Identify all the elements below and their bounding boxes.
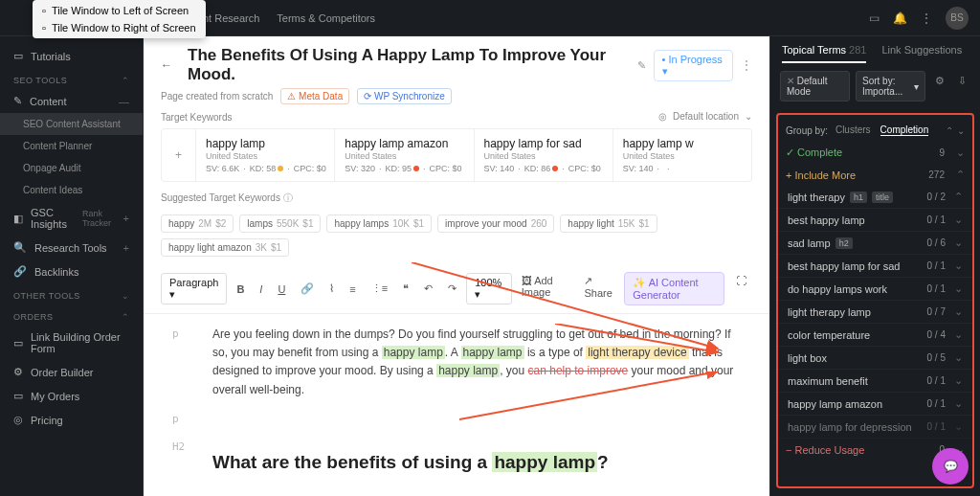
- sidebar-onpage[interactable]: Onpage Audit: [0, 157, 143, 179]
- settings-icon[interactable]: ⚙: [931, 71, 948, 101]
- keyword-card[interactable]: happy lampUnited StatesSV: 6.6K · KD: 58…: [196, 129, 335, 181]
- italic-button[interactable]: I: [254, 281, 268, 298]
- default-location[interactable]: Default location: [673, 111, 739, 122]
- tab-link-suggestions[interactable]: Link Suggestions: [881, 44, 962, 63]
- location-icon: ◎: [658, 111, 667, 122]
- content-area: ← The Benefits Of Using A Happy Lamp To …: [144, 36, 769, 496]
- suggested-keyword[interactable]: happy 2M $2: [161, 214, 234, 233]
- section-include[interactable]: + Include More272⌃: [778, 164, 972, 186]
- list-ol-button[interactable]: ≡: [344, 281, 361, 298]
- sidebar-research[interactable]: 🔍 Research Tools+: [0, 236, 143, 259]
- target-keywords-label: Target Keywords: [161, 112, 232, 123]
- mode-select[interactable]: ✕ Default Mode: [780, 71, 850, 101]
- term-row[interactable]: best happy lamp0 / 1⌄: [778, 209, 972, 232]
- ai-generator-button[interactable]: ✨ AI Content Generator: [624, 272, 724, 305]
- wp-badge[interactable]: ⟳ WP Synchronize: [357, 88, 452, 104]
- right-panel: Topical Terms281 Link Suggestions ✕ Defa…: [769, 36, 980, 496]
- expand-all-icon[interactable]: ⌄: [957, 125, 965, 136]
- status-pill[interactable]: • In Progress ▾: [654, 50, 733, 81]
- keyword-card[interactable]: happy lamp wUnited StatesSV: 140 · ·: [613, 129, 751, 181]
- undo-button[interactable]: ↶: [418, 280, 438, 298]
- suggested-keyword[interactable]: happy lamps 10K $1: [326, 214, 432, 233]
- term-row[interactable]: happy lamp amazon0 / 1⌄: [778, 393, 972, 416]
- tile-left[interactable]: ▫ Tile Window to Left of Screen: [33, 2, 206, 19]
- collapse-all-icon[interactable]: ⌃: [946, 125, 953, 136]
- sidebar-seo-assistant[interactable]: SEO Content Assistant: [0, 113, 143, 135]
- suggested-keyword[interactable]: happy light 15K $1: [560, 214, 657, 233]
- bold-button[interactable]: B: [231, 281, 250, 298]
- edit-title-icon[interactable]: ✎: [637, 59, 646, 72]
- tile-right[interactable]: ▫ Tile Window to Right of Screen: [33, 19, 206, 36]
- quote-button[interactable]: ❝: [397, 280, 414, 298]
- unlink-button[interactable]: ⌇: [323, 280, 340, 298]
- underline-button[interactable]: U: [272, 281, 291, 298]
- suggested-keyword[interactable]: lamps 550K $1: [239, 214, 321, 233]
- sidebar-link-order[interactable]: ▭ Link Building Order Form: [0, 326, 143, 360]
- tab-topical-terms[interactable]: Topical Terms281: [782, 44, 866, 63]
- zoom-select[interactable]: 100% ▾: [466, 273, 511, 304]
- keyword-card[interactable]: happy lamp for sadUnited StatesSV: 140 ·…: [475, 129, 613, 181]
- term-row[interactable]: happy lamp for depression0 / 1⌄: [778, 416, 972, 439]
- keyword-row: + happy lampUnited StatesSV: 6.6K · KD: …: [161, 128, 752, 182]
- sidebar-pricing[interactable]: ◎ Pricing: [0, 408, 143, 432]
- sidebar-order-builder[interactable]: ⚙ Order Builder: [0, 360, 143, 384]
- term-row[interactable]: sad lamph20 / 6⌄: [778, 232, 972, 255]
- location-chevron-icon[interactable]: ⌄: [745, 111, 752, 122]
- window-tile-menu: ▫ Tile Window to Left of Screen ▫ Tile W…: [33, 0, 206, 38]
- sidebar-tutorials[interactable]: ▭ Tutorials: [0, 44, 143, 68]
- sidebar-gsc[interactable]: ◧ GSC Insights Rank Tracker+: [0, 201, 143, 236]
- add-image-button[interactable]: 🖼 Add Image: [516, 272, 573, 305]
- suggested-keyword[interactable]: improve your mood 260: [437, 214, 554, 233]
- bell-icon[interactable]: 🔔: [893, 11, 907, 25]
- editor-body[interactable]: pAre you feeling down in the dumps? Do y…: [144, 314, 769, 496]
- more-icon[interactable]: ⋮: [741, 58, 752, 72]
- suggested-keyword[interactable]: happy light amazon 3K $1: [161, 238, 289, 257]
- filter-icon[interactable]: ⋮: [921, 11, 932, 25]
- sidebar-content[interactable]: ✎ Content—: [0, 89, 143, 113]
- export-icon[interactable]: ⇩: [954, 71, 970, 101]
- meta-badge[interactable]: ⚠ Meta Data: [280, 88, 349, 104]
- tab-competitors[interactable]: Terms & Competitors: [277, 12, 375, 24]
- paragraph-select[interactable]: Paragraph ▾: [161, 273, 227, 304]
- term-row[interactable]: maximum benefit0 / 1⌄: [778, 370, 972, 393]
- redo-button[interactable]: ↷: [442, 280, 462, 298]
- doc-title: The Benefits Of Using A Happy Lamp To Im…: [188, 46, 630, 84]
- sidebar: ▭ Tutorials SEO TOOLS⌃ ✎ Content— SEO Co…: [0, 36, 144, 496]
- term-row[interactable]: light box0 / 5⌄: [778, 347, 972, 370]
- scratch-label: Page created from scratch: [161, 91, 273, 101]
- suggested-label: Suggested Target Keywords: [161, 192, 280, 203]
- back-icon[interactable]: ←: [161, 58, 172, 72]
- term-row[interactable]: light therapy lamp0 / 7⌄: [778, 301, 972, 324]
- book-icon[interactable]: ▭: [869, 11, 880, 25]
- sidebar-planner[interactable]: Content Planner: [0, 135, 143, 157]
- keyword-card[interactable]: happy lamp amazonUnited StatesSV: 320 · …: [335, 129, 474, 181]
- sidebar-my-orders[interactable]: ▭ My Orders: [0, 384, 143, 408]
- sidebar-orders-header: ORDERS⌃: [0, 304, 143, 326]
- add-keyword-button[interactable]: +: [162, 129, 196, 181]
- term-row[interactable]: light therapyh1title0 / 2⌃: [778, 186, 972, 209]
- term-row[interactable]: do happy lamps work0 / 1⌄: [778, 278, 972, 301]
- share-button[interactable]: ↗ Share: [578, 272, 618, 305]
- sidebar-backlinks[interactable]: 🔗 Backlinks: [0, 259, 143, 283]
- term-row[interactable]: best happy lamp for sad0 / 1⌄: [778, 255, 972, 278]
- term-row[interactable]: color temperature0 / 4⌄: [778, 324, 972, 347]
- sidebar-other-header: OTHER TOOLS⌄: [0, 283, 143, 304]
- group-completion[interactable]: Completion: [880, 124, 929, 136]
- avatar[interactable]: BS: [946, 7, 969, 30]
- info-icon[interactable]: ⓘ: [283, 192, 293, 203]
- chat-button[interactable]: 💬: [932, 448, 969, 485]
- sort-select[interactable]: Sort by: Importa...▾: [856, 71, 925, 101]
- sidebar-seo-header: SEO TOOLS⌃: [0, 68, 143, 89]
- section-complete[interactable]: ✓ Complete9⌄: [778, 142, 972, 164]
- group-by-label: Group by:: [786, 125, 828, 136]
- tab-research[interactable]: nt Research: [203, 12, 259, 24]
- link-button[interactable]: 🔗: [295, 280, 320, 298]
- group-clusters[interactable]: Clusters: [835, 124, 871, 136]
- list-ul-button[interactable]: ⋮≡: [366, 280, 393, 298]
- editor-toolbar: Paragraph ▾ B I U 🔗 ⌇ ≡ ⋮≡ ❝ ↶ ↷ 100% ▾ …: [144, 264, 769, 314]
- expand-icon[interactable]: ⛶: [730, 272, 752, 305]
- sidebar-ideas[interactable]: Content Ideas: [0, 179, 143, 201]
